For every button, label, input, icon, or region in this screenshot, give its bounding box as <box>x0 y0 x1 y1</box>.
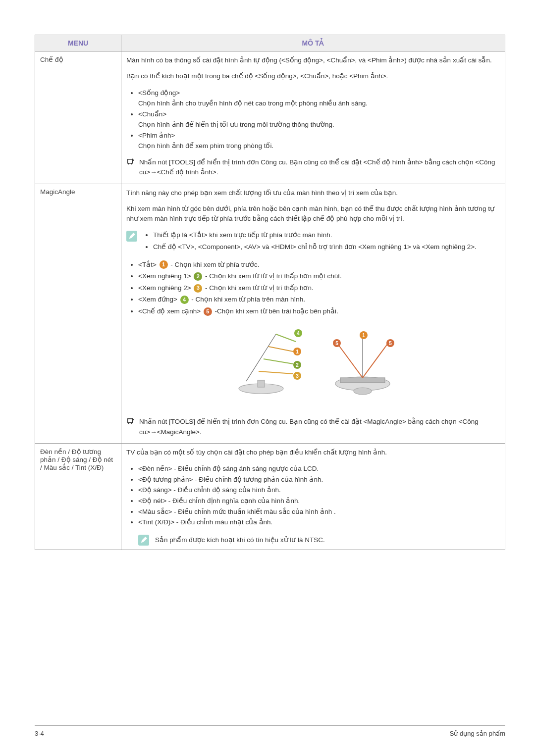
svg-line-20 <box>363 344 387 378</box>
text: <Xem đứng> <box>138 296 179 303</box>
mode-list: <Sống động> Chọn hình ảnh cho truyền hìn… <box>126 88 500 152</box>
info-box: Thiết lập là <Tắt> khi xem trực tiếp từ … <box>126 230 500 255</box>
svg-text:4: 4 <box>297 331 300 336</box>
adjust-list: <Đèn nền> - Điều chỉnh độ sáng ánh sáng … <box>126 463 500 528</box>
text: <Tắt> <box>138 261 159 268</box>
pen-icon <box>138 535 149 546</box>
list-item: <Tắt> 1 - Chọn khi xem từ phía trước. <box>138 259 500 270</box>
text: - Chọn khi xem từ phía trước. <box>170 261 259 268</box>
svg-rect-17 <box>340 378 385 383</box>
list-item: Thiết lập là <Tắt> khi xem trực tiếp từ … <box>153 230 477 241</box>
svg-text:2: 2 <box>296 362 299 368</box>
header-menu: MENU <box>35 35 121 51</box>
badge-5: 5 <box>204 307 212 316</box>
text: <Xem nghiêng 2> <box>138 284 193 292</box>
text: Chọn hình ảnh để hiển thị tối ưu trong m… <box>138 121 334 128</box>
list-item: <Xem nghiêng 2> 3 - Chọn khi xem từ từ v… <box>138 283 500 294</box>
badge-1: 1 <box>160 260 168 269</box>
svg-line-6 <box>259 371 293 374</box>
row-backlight-title: Đèn nền / Độ tương phản / Độ sáng / Độ n… <box>35 443 121 550</box>
svg-point-16 <box>354 388 372 395</box>
ntsc-note: Sản phẩm được kích hoạt khi có tín hiệu … <box>126 534 500 546</box>
text: TV của bạn có một số tùy chọn cài đặt ch… <box>126 448 500 457</box>
page-footer: 3-4 Sử dụng sản phẩm <box>35 725 505 737</box>
text: Nhấn nút [TOOLS] để hiển thị trình đơn C… <box>139 417 500 437</box>
list-item: <Xem đứng> 4 - Chọn khi xem từ phía trên… <box>138 294 500 305</box>
svg-text:3: 3 <box>296 373 299 379</box>
svg-line-19 <box>338 344 363 378</box>
row-magic-title: MagicAngle <box>35 184 121 443</box>
text: <Sống động> <box>138 89 180 97</box>
angle-diagram: 4 1 2 3 1 <box>126 324 500 405</box>
text: Chọn hình ảnh cho truyền hình độ nét cao… <box>138 100 368 107</box>
text: - Chọn khi xem từ từ vị trí thấp hơn một… <box>205 272 342 280</box>
text: Màn hình có ba thông số cài đặt hình ảnh… <box>126 55 500 65</box>
badge-3: 3 <box>194 284 202 293</box>
table-row: Chế độ Màn hình có ba thông số cài đặt h… <box>35 51 505 184</box>
svg-text:1: 1 <box>296 349 299 354</box>
svg-line-5 <box>264 359 293 364</box>
row-mode-desc: Màn hình có ba thông số cài đặt hình ảnh… <box>121 51 505 184</box>
svg-rect-2 <box>258 380 265 387</box>
tools-icon <box>126 417 135 425</box>
header-desc: MÔ TẢ <box>121 35 505 51</box>
text: Khi xem màn hình từ góc bên dưới, phía t… <box>126 204 500 224</box>
list-item: <Phim ảnh> Chọn hình ảnh để xem phim tro… <box>138 130 500 151</box>
badge-4: 4 <box>180 296 189 304</box>
text: <Xem nghiêng 1> <box>138 272 193 280</box>
table-row: MagicAngle Tính năng này cho phép bạn xe… <box>35 184 505 443</box>
svg-text:5: 5 <box>335 341 338 346</box>
tools-icon <box>126 158 135 166</box>
settings-table: MENU MÔ TẢ Chế độ Màn hình có ba thông s… <box>35 35 505 550</box>
tools-note: Nhấn nút [TOOLS] để hiển thị trình đơn C… <box>126 157 500 178</box>
list-item: <Tint (X/Đ)> - Điều chỉnh màu nhạt của ả… <box>138 517 500 528</box>
text: Bạn có thể kích hoạt một trong ba chế độ… <box>126 71 500 81</box>
svg-line-3 <box>276 334 296 342</box>
svg-line-4 <box>268 347 293 352</box>
svg-text:1: 1 <box>362 333 365 338</box>
text: Chọn hình ảnh để xem phim trong phòng tố… <box>138 142 273 150</box>
text: <Phim ảnh> <box>138 132 175 139</box>
list-item: <Chế độ xem cạnh> 5 -Chọn khi xem từ bên… <box>138 306 500 317</box>
footer-left: 3-4 <box>35 730 44 737</box>
svg-text:5: 5 <box>389 341 392 346</box>
list-item: <Độ tương phản> - Điều chỉnh độ tương ph… <box>138 474 500 485</box>
text: - Chọn khi xem từ từ vị trí thấp hơn. <box>205 284 314 292</box>
list-item: <Sống động> Chọn hình ảnh cho truyền hìn… <box>138 88 500 109</box>
pen-icon <box>126 231 137 242</box>
list-item: <Độ sáng> - Điều chỉnh độ sáng của hình … <box>138 485 500 496</box>
list-item: Chế độ <TV>, <Component>, <AV> và <HDMI>… <box>153 242 477 252</box>
info-body: Thiết lập là <Tắt> khi xem trực tiếp từ … <box>142 230 477 255</box>
text: Nhấn nút [TOOLS] để hiển thị trình đơn C… <box>139 157 500 178</box>
angle-options: <Tắt> 1 - Chọn khi xem từ phía trước. <X… <box>126 259 500 317</box>
row-mode-title: Chế độ <box>35 51 121 184</box>
footer-right: Sử dụng sản phẩm <box>450 730 505 737</box>
list-item: <Xem nghiêng 1> 2 - Chọn khi xem từ từ v… <box>138 271 500 282</box>
list-item: <Chuẩn> Chọn hình ảnh để hiển thị tối ưu… <box>138 109 500 130</box>
text: <Chế độ xem cạnh> <box>138 307 203 315</box>
tools-note: Nhấn nút [TOOLS] để hiển thị trình đơn C… <box>126 417 500 437</box>
svg-line-0 <box>246 334 276 381</box>
badge-2: 2 <box>194 272 202 281</box>
text: Sản phẩm được kích hoạt khi có tín hiệu … <box>155 536 325 544</box>
list-item: <Màu sắc> - Điều chỉnh mức thuần khiết m… <box>138 506 500 517</box>
list-item: <Độ nét> - Điều chỉnh định nghĩa cạnh củ… <box>138 496 500 506</box>
text: Tính năng này cho phép bạn xem chất lượn… <box>126 188 500 198</box>
list-item: <Đèn nền> - Điều chỉnh độ sáng ánh sáng … <box>138 463 500 474</box>
text: <Chuẩn> <box>138 110 166 118</box>
row-backlight-desc: TV của bạn có một số tùy chọn cài đặt ch… <box>121 443 505 550</box>
table-row: Đèn nền / Độ tương phản / Độ sáng / Độ n… <box>35 443 505 550</box>
text: - Chọn khi xem từ phía trên màn hình. <box>191 296 305 303</box>
text: -Chọn khi xem từ bên trái hoặc bên phải. <box>215 307 338 315</box>
row-magic-desc: Tính năng này cho phép bạn xem chất lượn… <box>121 184 505 443</box>
